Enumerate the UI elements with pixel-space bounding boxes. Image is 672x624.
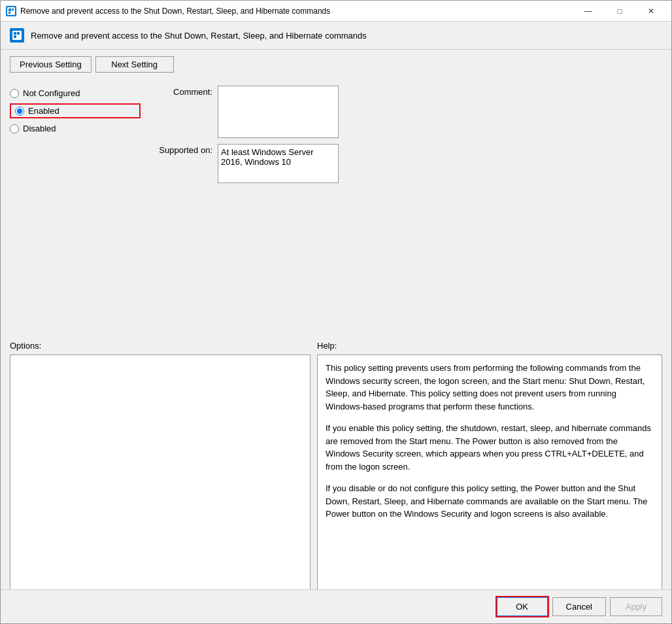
options-section: Options:	[10, 341, 311, 589]
window-controls: — □ ✕	[573, 5, 666, 18]
right-panel: Comment: Supported on: At least Windows …	[147, 86, 662, 334]
dialog-header: Remove and prevent access to the Shut Do…	[1, 22, 671, 50]
svg-rect-7	[14, 35, 16, 38]
comment-label: Comment:	[147, 86, 212, 97]
left-panel: Not Configured Enabled Disabled	[10, 86, 141, 334]
close-button[interactable]: ✕	[636, 5, 666, 18]
svg-rect-6	[17, 32, 20, 35]
main-window: Remove and prevent access to the Shut Do…	[0, 0, 672, 624]
nav-buttons-area: Previous Setting Next Setting	[1, 50, 671, 79]
minimize-button[interactable]: —	[573, 5, 603, 18]
dialog-icon	[10, 28, 24, 43]
supported-wrapper: At least Windows Server 2016, Windows 10	[218, 144, 662, 185]
disabled-radio[interactable]	[10, 124, 19, 133]
previous-setting-label: Previous Setting	[20, 60, 82, 69]
maximize-button[interactable]: □	[605, 5, 635, 18]
svg-rect-5	[14, 32, 16, 35]
next-setting-button[interactable]: Next Setting	[95, 56, 174, 73]
radio-group: Not Configured Enabled Disabled	[10, 88, 141, 133]
not-configured-radio[interactable]	[10, 89, 19, 98]
comment-textarea[interactable]	[218, 86, 339, 138]
supported-textarea[interactable]: At least Windows Server 2016, Windows 10	[218, 144, 339, 183]
window-title: Remove and prevent access to the Shut Do…	[20, 7, 573, 16]
not-configured-label: Not Configured	[23, 88, 80, 98]
help-box: This policy setting prevents users from …	[317, 355, 662, 589]
enabled-radio-label[interactable]: Enabled	[10, 103, 141, 118]
supported-label: Supported on:	[147, 144, 212, 155]
help-section: Help: This policy setting prevents users…	[317, 341, 662, 589]
help-paragraph-3: If you disable or do not configure this …	[326, 482, 654, 521]
svg-rect-1	[8, 9, 11, 11]
dialog-header-title: Remove and prevent access to the Shut Do…	[31, 31, 367, 41]
help-paragraph-1: This policy setting prevents users from …	[326, 362, 654, 413]
options-box	[10, 355, 311, 589]
title-bar: Remove and prevent access to the Shut Do…	[1, 1, 671, 22]
comment-wrapper	[218, 86, 662, 140]
main-content: Not Configured Enabled Disabled Comment:	[1, 79, 671, 341]
help-title: Help:	[317, 341, 662, 351]
previous-setting-button[interactable]: Previous Setting	[10, 56, 92, 73]
enabled-label: Enabled	[28, 106, 59, 116]
button-bar: OK Cancel Apply	[1, 589, 671, 623]
window-icon	[6, 6, 16, 16]
disabled-radio-label[interactable]: Disabled	[10, 124, 141, 133]
comment-row: Comment:	[147, 86, 662, 140]
svg-rect-3	[8, 12, 10, 14]
svg-rect-2	[12, 9, 14, 10]
ok-button[interactable]: OK	[496, 597, 548, 617]
bottom-section: Options: Help: This policy setting preve…	[1, 341, 671, 589]
supported-row: Supported on: At least Windows Server 20…	[147, 144, 662, 185]
apply-button[interactable]: Apply	[610, 597, 662, 616]
cancel-button[interactable]: Cancel	[552, 597, 606, 616]
enabled-radio[interactable]	[15, 107, 24, 116]
options-title: Options:	[10, 341, 311, 351]
not-configured-radio-label[interactable]: Not Configured	[10, 88, 141, 98]
help-paragraph-2: If you enable this policy setting, the s…	[326, 422, 654, 473]
next-setting-label: Next Setting	[111, 60, 158, 69]
disabled-label: Disabled	[23, 124, 56, 133]
